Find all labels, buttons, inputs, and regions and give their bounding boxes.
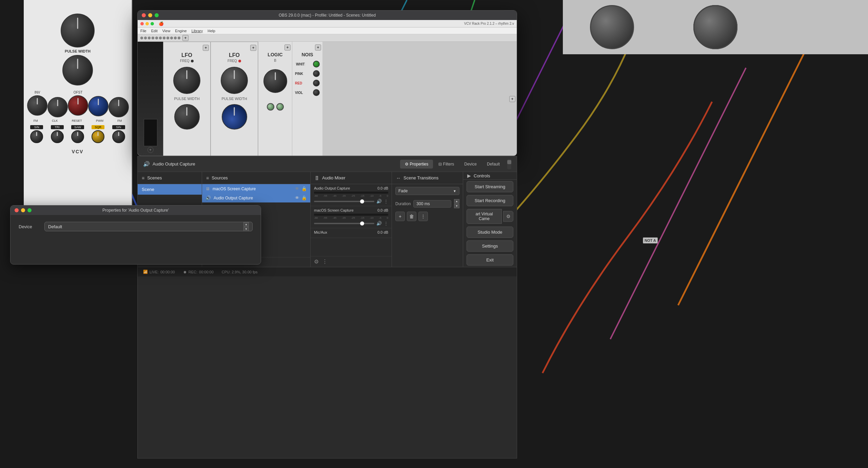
more-icon-screen[interactable]: ⋮ [384,221,388,226]
clk-label: CLK [52,119,58,122]
logic-jack-2[interactable] [276,103,284,111]
nois-title: NOIS [301,52,313,57]
mute-icon-audio[interactable]: 🔊 [376,199,382,204]
lfo2-add-btn[interactable]: + [250,45,256,51]
lfo-module-1: + LFO FREQ PULSE WIDTH [163,42,211,156]
nois-outputs: WHIT PINK RED VIOL [292,61,322,96]
logic-jack-1[interactable] [267,103,274,111]
obs-max-btn[interactable] [155,13,159,17]
virtual-cam-gear-btn[interactable]: ⚙ [503,211,513,222]
obs-close-btn[interactable] [142,13,146,17]
viol-jack[interactable] [313,89,320,96]
tab-default[interactable]: Default [482,160,505,169]
menu-help[interactable]: Help [208,29,215,33]
menu-engine[interactable]: Engine [175,29,186,33]
tab-filters[interactable]: ⊟ Filters [434,160,459,169]
inv-knob[interactable] [27,95,47,116]
live-time: 00:00:00 [160,270,175,274]
scene-item-scene[interactable]: Scene [138,184,202,195]
pulse-width-knob[interactable] [62,55,93,85]
properties-tabs: ⚙ ScenesProperties ⊟ Filters Device Defa… [400,160,505,169]
duration-value[interactable]: 300 ms [413,200,451,208]
add-right-btn[interactable]: + [509,96,515,102]
settings-btn[interactable]: Settings [467,240,513,252]
volume-slider-screen[interactable] [314,223,374,224]
whit-row: WHIT [295,61,320,67]
top-knob-1[interactable] [590,5,634,49]
knob4[interactable] [88,96,108,116]
saw-jack[interactable] [71,130,84,143]
duration-up-btn[interactable]: ▲ [454,199,459,203]
menu-file[interactable]: File [140,29,146,33]
exit-btn[interactable]: Exit [467,254,513,266]
screen-lock-icon[interactable]: 🔒 [301,186,307,191]
dialog-max-btn[interactable] [27,208,32,212]
menu-edit[interactable]: Edit [151,29,158,33]
vcv-left-module: PULSE WIDTH INV OFST FM [24,0,132,210]
knob2[interactable] [47,97,68,117]
menu-view[interactable]: View [162,29,171,33]
mixer-settings-icon[interactable]: ⚙ [314,258,319,265]
red-jack[interactable] [313,80,320,86]
lfo1-add-btn[interactable]: + [203,45,209,51]
studio-mode-btn[interactable]: Studio Mode [467,227,513,238]
start-recording-btn[interactable]: Start Recording [467,195,513,206]
lfo1-pw-knob[interactable] [174,104,200,130]
tri-jack[interactable] [51,130,64,143]
duration-down-btn[interactable]: ▼ [454,204,459,208]
audio-lock-icon[interactable]: 🔒 [301,195,307,200]
ofst-knob[interactable] [68,95,88,116]
top-knob-5[interactable] [693,5,737,49]
lfo1-freq-dot [191,60,194,62]
transition-select-box[interactable]: Fade ▼ [395,187,459,195]
device-down-btn[interactable]: ▼ [243,227,249,231]
audio-visibility-icon[interactable]: 👁 [295,195,299,200]
mute-icon-screen[interactable]: 🔊 [376,221,382,226]
whit-jack[interactable] [313,61,320,67]
display-screen [144,119,157,146]
more-transition-btn[interactable]: ⋮ [418,212,428,221]
source-item-screen[interactable]: 🖥 macOS Screen Capture 👁 🔒 [202,184,310,193]
sin-jack2[interactable] [112,130,125,143]
vcv-max[interactable] [151,22,154,25]
dialog-close-btn[interactable] [15,208,19,212]
transition-buttons: + 🗑 ⋮ [392,210,463,223]
knob5[interactable] [108,97,129,117]
add-transition-btn[interactable]: + [395,212,405,221]
nois-add-btn[interactable]: + [315,44,321,51]
main-knob-top[interactable] [61,14,95,47]
rack-dot [155,37,158,39]
logic-add-btn[interactable]: + [284,44,291,51]
menu-library[interactable]: Library [192,29,203,33]
volume-slider-audio[interactable] [314,201,374,202]
device-up-btn[interactable]: ▲ [243,222,249,227]
screen-visibility-icon[interactable]: 👁 [295,186,299,191]
lfo2-freq-knob[interactable] [221,67,248,94]
device-select-box[interactable]: Default ▲ ▼ [44,222,253,231]
mixer-icon: 🎛 [315,175,319,181]
tab-properties[interactable]: ⚙ ScenesProperties [400,160,433,169]
obs-window-title: OBS 29.0.0 (mac) - Profile: Untitled - S… [279,13,376,18]
add-module-btn2[interactable]: + [147,147,154,153]
vcv-inner-bar: 🍎 VCV Rack Pro 2.1.2 – rhythm 2.v [138,20,517,27]
logic-knob[interactable] [263,69,287,93]
tab-device[interactable]: Device [459,160,481,169]
delete-transition-btn[interactable]: 🗑 [407,212,416,221]
dialog-min-btn[interactable] [21,208,25,212]
pink-jack[interactable] [313,70,320,77]
start-streaming-btn[interactable]: Start Streaming [467,181,513,192]
sqr-jack[interactable] [92,130,104,143]
add-module-btn[interactable]: + [182,35,189,41]
sin-jack1[interactable] [30,130,43,143]
source-item-audio[interactable]: 🔊 Audio Output Capture 👁 🔒 [202,193,310,202]
vcv-min[interactable] [145,22,149,25]
lfo2-pw-knob[interactable] [222,104,247,130]
vcv-close[interactable] [140,22,144,25]
mixer-more-icon[interactable]: ⋮ [322,258,328,265]
scroll-area [507,159,511,169]
virtual-cam-btn[interactable]: art Virtual Came [467,209,502,224]
more-icon-audio[interactable]: ⋮ [384,199,388,204]
obs-min-btn[interactable] [148,13,152,17]
lfo1-freq-knob[interactable] [173,67,200,94]
rack-dot [144,37,147,39]
